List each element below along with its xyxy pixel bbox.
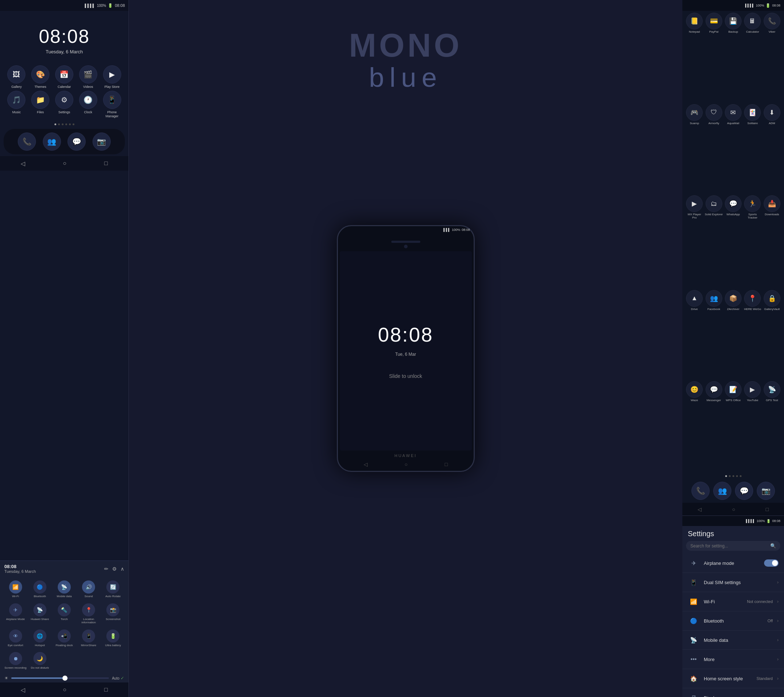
collapse-icon[interactable]: ∧ — [120, 566, 124, 572]
drawer-app-aquamail[interactable]: ✉ AquaMail — [724, 104, 742, 194]
qs-hotspot[interactable]: 🌐 Hotspot — [28, 627, 51, 649]
drawer-dock-messages[interactable]: 💬 — [735, 482, 753, 500]
settings-item-dual-sim[interactable]: 📱 Dual SIM settings › — [682, 573, 784, 592]
drawer-app-adm[interactable]: ⬇ ADM — [763, 104, 781, 194]
qs-do-not-disturb[interactable]: 🌙 Do not disturb — [28, 650, 51, 672]
nav-home-notif[interactable]: ○ — [63, 687, 66, 693]
drawer-app-drive[interactable]: ▲ Drive — [685, 290, 703, 381]
phone-mockup: ▌▌▌ 100% 08:08 08:08 Tue, 6 Mar Slide to… — [337, 225, 475, 472]
app-files[interactable]: 📁 Files — [30, 91, 51, 119]
home-screen-chevron: › — [777, 676, 779, 681]
drawer-app-solid-explorer[interactable]: 🗂 Solid Explorer — [705, 195, 723, 288]
drawer-dock-phone[interactable]: 📞 — [692, 482, 710, 500]
app-videos[interactable]: 🎬 Videos — [77, 65, 99, 89]
more-settings-label: More — [704, 657, 773, 662]
nav-back-notif[interactable]: ◁ — [21, 687, 25, 694]
settings-item-more[interactable]: ••• More › — [682, 650, 784, 669]
drawer-app-notepad[interactable]: 📒 Notepad — [685, 13, 703, 103]
dock-phone[interactable]: 📞 — [18, 132, 36, 151]
qs-screen-recording[interactable]: ⏺ Screen recording — [3, 650, 27, 672]
qs-bluetooth[interactable]: 🔵 Bluetooth — [28, 578, 51, 600]
qs-screenshot[interactable]: 📸 Screenshot — [101, 601, 125, 626]
phone-nav-home[interactable]: ○ — [405, 461, 408, 467]
drawer-nav-recent[interactable]: □ — [766, 506, 769, 512]
drawer-suamp-icon: 🎮 — [686, 104, 703, 121]
airplane-toggle-knob — [772, 560, 778, 566]
drawer-app-gps-test[interactable]: 📡 GPS Test — [763, 381, 781, 471]
app-settings[interactable]: ⚙ Settings — [53, 91, 76, 119]
drawer-dot-3 — [733, 475, 734, 477]
qs-mobile-data[interactable]: 📡 Mobile data — [52, 578, 76, 600]
nav-back-left[interactable]: ◁ — [21, 160, 25, 167]
phone-nav-back[interactable]: ◁ — [364, 461, 368, 467]
app-themes[interactable]: 🎨 Themes — [30, 65, 51, 89]
drawer-app-facebook[interactable]: 👥 Facebook — [705, 290, 723, 381]
drawer-app-mxplayer[interactable]: ▶ MX Player Pro — [685, 195, 703, 288]
qs-airplane[interactable]: ✈ Airplane Mode — [3, 601, 27, 626]
qs-floating-dock-label: Floating dock — [56, 644, 73, 647]
drawer-app-galleryvault[interactable]: 🔒 GalleryVault — [763, 290, 781, 381]
display-chevron: › — [777, 695, 779, 697]
drawer-app-suamp[interactable]: 🎮 Suamp — [685, 104, 703, 194]
app-gallery[interactable]: 🖼 Gallery — [5, 65, 28, 89]
drawer-app-calculator[interactable]: 🖩 Calculator — [743, 13, 761, 103]
drawer-dock-contacts[interactable]: 👥 — [713, 482, 731, 500]
drawer-app-zarchiver[interactable]: 📦 ZArchiver — [724, 290, 742, 381]
app-music[interactable]: 🎵 Music — [5, 91, 28, 119]
drawer-app-here-wego[interactable]: 📍 HERE WeGo — [743, 290, 761, 381]
qs-mirror-share[interactable]: 📱 MirrorShare — [77, 627, 100, 649]
drawer-app-waze[interactable]: 😊 Waze — [685, 381, 703, 471]
drawer-dock-camera[interactable]: 📷 — [757, 482, 775, 500]
phone-nav-recent[interactable]: □ — [445, 461, 448, 467]
app-phone-manager[interactable]: 📱 Phone Manager — [101, 91, 123, 119]
nav-recent-notif[interactable]: □ — [104, 687, 108, 693]
drawer-backup-label: Backup — [728, 30, 738, 34]
drawer-app-viber[interactable]: 📞 Viber — [763, 13, 781, 103]
drawer-nav-home[interactable]: ○ — [732, 506, 735, 512]
qs-torch[interactable]: 🔦 Torch — [52, 601, 76, 626]
drawer-nav-back[interactable]: ◁ — [698, 506, 702, 512]
app-clock[interactable]: 🕐 Clock — [77, 91, 99, 119]
settings-search-bar[interactable]: 🔍 — [686, 541, 781, 551]
drawer-app-sports-tracker[interactable]: 🏃 Sports Tracker — [743, 195, 761, 288]
edit-icon[interactable]: ✏ — [104, 566, 109, 572]
drawer-app-solitaire[interactable]: 🃏 Solitaire — [743, 104, 761, 194]
settings-item-bluetooth[interactable]: 🔵 Bluetooth Off › — [682, 611, 784, 631]
dock-messages[interactable]: 💬 — [68, 132, 86, 151]
qs-sound[interactable]: 🔊 Sound — [77, 578, 100, 600]
qs-mobile-data-icon: 📡 — [58, 580, 71, 593]
drawer-app-messenger[interactable]: 💬 Messenger — [705, 381, 723, 471]
drawer-app-downloads[interactable]: 📥 Downloads — [763, 195, 781, 288]
drawer-armorfly-label: Armorfly — [708, 122, 720, 125]
drawer-app-armorfly[interactable]: 🛡 Armorfly — [705, 104, 723, 194]
drawer-app-whatsapp[interactable]: 💬 WhatsApp — [724, 195, 742, 288]
qs-huawei-share[interactable]: 📡 Huawei Share — [28, 601, 51, 626]
settings-item-display[interactable]: 🖥 Display › — [682, 688, 784, 697]
qs-location[interactable]: 📍 Location information — [77, 601, 100, 626]
qs-auto-rotate[interactable]: 🔄 Auto Rotate — [101, 578, 125, 600]
drawer-app-paypal[interactable]: 💳 PayPal — [705, 13, 723, 103]
settings-item-mobile-data[interactable]: 📡 Mobile data › — [682, 631, 784, 650]
drawer-app-youtube[interactable]: ▶ YouTube — [743, 381, 761, 471]
settings-item-airplane[interactable]: ✈ Airplane mode — [682, 554, 784, 573]
home-dock: 📞 👥 💬 📷 — [3, 129, 125, 154]
nav-home-left[interactable]: ○ — [63, 160, 66, 166]
airplane-toggle[interactable] — [764, 559, 779, 567]
qs-ultra-battery[interactable]: 🔋 Ultra battery — [101, 627, 125, 649]
dock-contacts[interactable]: 👥 — [43, 132, 61, 151]
settings-item-home-screen[interactable]: 🏠 Home screen style Standard › — [682, 669, 784, 688]
drawer-app-backup[interactable]: 💾 Backup — [724, 13, 742, 103]
page-dots-home — [0, 122, 128, 127]
settings-search-input[interactable] — [690, 544, 767, 549]
dock-camera[interactable]: 📷 — [92, 132, 111, 151]
qs-floating-dock[interactable]: 📲 Floating dock — [52, 627, 76, 649]
app-calendar[interactable]: 📅 Calendar — [53, 65, 76, 89]
qs-eye-comfort[interactable]: 👁 Eye comfort — [3, 627, 27, 649]
settings-item-wifi[interactable]: 📶 Wi-Fi Not connected › — [682, 592, 784, 611]
app-playstore[interactable]: ▶ Play Store — [101, 65, 123, 89]
qs-wifi[interactable]: 📶 Wi-Fi — [3, 578, 27, 600]
drawer-app-wps-office[interactable]: 📝 WPS Office — [724, 381, 742, 471]
settings-notif-icon[interactable]: ⚙ — [112, 566, 117, 572]
brightness-track[interactable] — [11, 677, 109, 679]
nav-recent-left[interactable]: □ — [104, 160, 108, 166]
